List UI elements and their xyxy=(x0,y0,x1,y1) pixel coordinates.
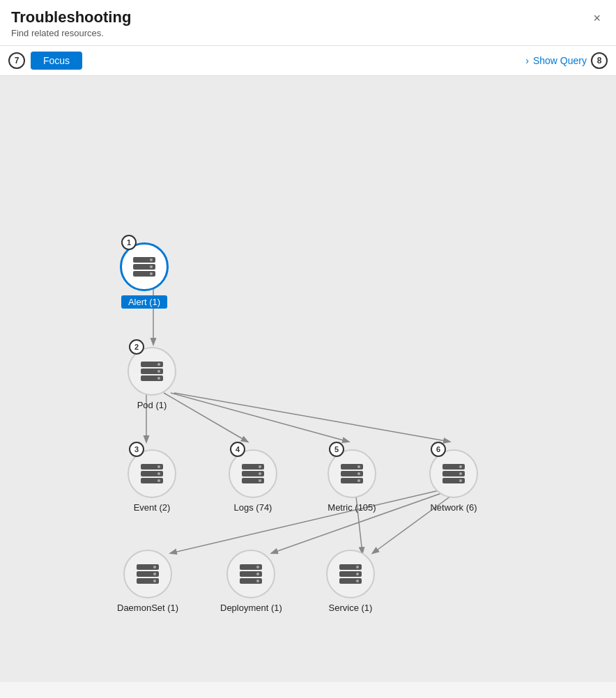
toolbar: 7 Focus › Show Query 8 xyxy=(0,46,616,76)
node-label-metric: Metric (105) xyxy=(328,502,376,513)
svg-line-2 xyxy=(164,393,247,442)
server-icon-daemonset xyxy=(137,564,159,584)
node-step-5: 5 xyxy=(329,442,344,457)
node-service[interactable]: Service (1) xyxy=(326,550,375,613)
node-metric[interactable]: 5 Metric (105) xyxy=(328,442,376,513)
node-circle-daemonset[interactable] xyxy=(123,550,172,598)
page-subtitle: Find related resources. xyxy=(11,28,131,38)
node-label-event: Event (2) xyxy=(134,502,171,513)
svg-line-3 xyxy=(171,393,348,442)
close-button[interactable]: × xyxy=(589,10,605,27)
header: Troubleshooting Find related resources. … xyxy=(0,0,616,46)
node-step-3: 3 xyxy=(129,442,144,457)
show-query-button[interactable]: Show Query xyxy=(533,55,587,66)
graph-arrows xyxy=(0,76,616,682)
node-step-4: 4 xyxy=(230,442,245,457)
server-icon-service xyxy=(339,564,362,584)
graph-area: 1 Alert (1) 2 Pod (1) 3 xyxy=(0,76,616,682)
step-8-badge: 8 xyxy=(591,52,608,69)
node-label-pod: Pod (1) xyxy=(137,400,167,410)
node-pod[interactable]: 2 Pod (1) xyxy=(128,339,176,410)
node-network[interactable]: 6 Network (6) xyxy=(429,442,478,513)
server-icon-logs xyxy=(242,464,264,483)
server-icon-network xyxy=(442,464,465,483)
node-circle-service[interactable] xyxy=(326,550,375,598)
toolbar-right: › Show Query 8 xyxy=(525,52,608,69)
page-title: Troubleshooting xyxy=(11,8,131,26)
chevron-icon: › xyxy=(525,55,529,66)
server-icon-metric xyxy=(341,464,363,483)
node-logs[interactable]: 4 Logs (74) xyxy=(229,442,277,513)
node-label-network: Network (6) xyxy=(430,502,477,513)
node-label-alert: Alert (1) xyxy=(121,295,167,309)
node-label-logs: Logs (74) xyxy=(234,502,272,513)
node-step-1: 1 xyxy=(121,235,137,250)
node-daemonset[interactable]: DaemonSet (1) xyxy=(117,550,178,613)
step-7-badge: 7 xyxy=(8,52,25,69)
header-left: Troubleshooting Find related resources. xyxy=(11,8,131,38)
toolbar-left: 7 Focus xyxy=(8,52,82,70)
node-deployment[interactable]: Deployment (1) xyxy=(220,550,282,613)
server-icon-deployment xyxy=(240,564,262,584)
server-icon-event xyxy=(141,464,163,483)
node-label-service: Service (1) xyxy=(329,603,373,613)
node-step-6: 6 xyxy=(431,442,446,457)
node-event[interactable]: 3 Event (2) xyxy=(128,442,176,513)
server-icon-alert xyxy=(133,257,155,277)
node-label-daemonset: DaemonSet (1) xyxy=(117,603,178,613)
node-alert[interactable]: 1 Alert (1) xyxy=(120,235,169,309)
svg-line-5 xyxy=(171,490,439,553)
node-circle-deployment[interactable] xyxy=(226,550,275,598)
svg-line-4 xyxy=(174,393,449,442)
server-icon-pod xyxy=(141,362,163,381)
focus-button[interactable]: Focus xyxy=(31,52,82,70)
node-label-deployment: Deployment (1) xyxy=(220,603,282,613)
node-step-2: 2 xyxy=(129,339,144,355)
